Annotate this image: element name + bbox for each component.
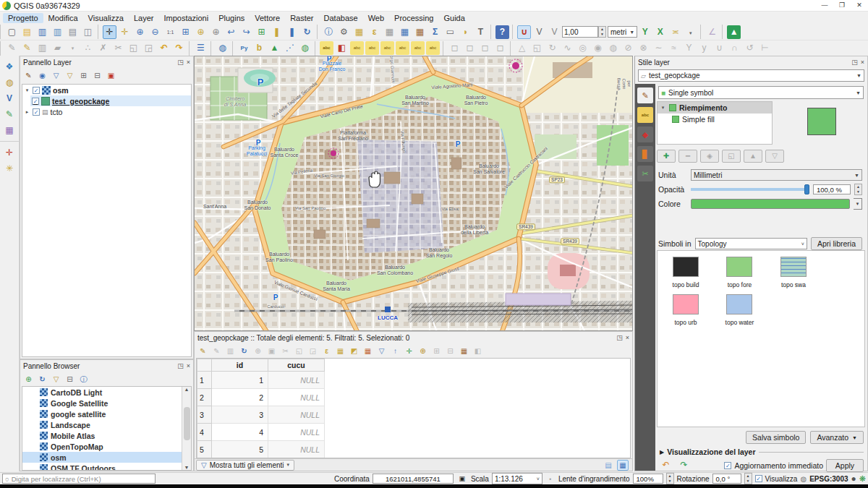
add-polygon-icon[interactable]: ▰	[51, 41, 64, 55]
zoom-to-selection-icon[interactable]: ⊕	[194, 25, 208, 39]
minimize-icon[interactable]: —	[816, 0, 833, 11]
snapping-toggle-icon[interactable]: ∪	[517, 25, 531, 39]
table-view-icon[interactable]: ▦	[617, 460, 629, 471]
color-menu-icon[interactable]: ▼	[854, 198, 862, 210]
opacity-value[interactable]: 100,0 %	[813, 184, 851, 194]
run-action-icon[interactable]: ⚙	[337, 25, 351, 39]
redo-icon[interactable]: ↷	[172, 41, 186, 55]
snapping-units-select[interactable]: metri▼	[608, 26, 637, 38]
cell-id[interactable]: 1	[212, 372, 268, 389]
attr-move-top-icon[interactable]: ↑	[389, 345, 401, 357]
remove-symbol-layer-icon[interactable]: ━	[678, 150, 697, 163]
symbology-tab-icon[interactable]: ✎	[637, 87, 653, 103]
delete-selected-icon[interactable]: ✗	[96, 41, 110, 55]
add-part-icon[interactable]: ◉	[591, 41, 605, 55]
label-move-icon[interactable]: abc	[396, 41, 409, 55]
vertex-tool-icon[interactable]: ∴	[81, 41, 95, 55]
float-panel-icon[interactable]: ◳	[177, 59, 184, 66]
snapping-tolerance-spinner[interactable]: ▲▼	[598, 26, 606, 38]
form-annotation-icon[interactable]: ◻	[463, 41, 477, 55]
add-selected-layers-icon[interactable]: ⊕	[22, 373, 35, 385]
crs-indicator[interactable]: EPSG:3003	[809, 475, 848, 483]
menu-guida[interactable]: Guida	[438, 13, 469, 23]
filter-expression-icon[interactable]: ▽	[64, 69, 76, 82]
scale-select[interactable]: 1:13.126 ˅	[492, 473, 542, 484]
messages-icon[interactable]: ●	[851, 474, 856, 484]
color-button[interactable]	[691, 199, 850, 209]
delete-ring-icon[interactable]: ⊘	[621, 41, 635, 55]
symbol-type-select[interactable]: ■ Single symbol ▼	[658, 86, 864, 99]
metasearch-icon[interactable]: ◍	[216, 41, 229, 55]
close-icon[interactable]: ✕	[851, 0, 868, 11]
pan-map-icon[interactable]: ✛	[103, 25, 116, 39]
cell-cucu[interactable]: NULL	[268, 406, 325, 424]
datasource-manager-icon[interactable]: ❖	[2, 59, 17, 74]
close-panel-icon[interactable]: ×	[626, 334, 629, 341]
row-number[interactable]: 3	[197, 406, 212, 424]
snapping-tolerance-input[interactable]: 1,00	[562, 26, 598, 38]
layer-rendering-section[interactable]: ▶ Visualizzazione del layer	[660, 448, 864, 456]
symbol-tree-child[interactable]: Simple fill	[658, 114, 772, 125]
add-polygon-menu-icon[interactable]: ▾	[66, 41, 80, 55]
new-print-layout-icon[interactable]: ▤	[66, 25, 80, 39]
zoom-to-layer-icon[interactable]: ⊕	[209, 25, 223, 39]
map-themes-icon[interactable]: ◉	[36, 69, 48, 82]
plugin-profile-icon[interactable]: ⋰	[283, 41, 297, 55]
symbol-item[interactable]: topo swa	[771, 257, 816, 288]
cell-id[interactable]: 3	[212, 406, 268, 424]
table-row[interactable]: 2 2 NULL	[197, 389, 325, 406]
point-cloud-icon[interactable]: ✳	[2, 161, 17, 176]
label-highlight-icon[interactable]: abc	[365, 41, 379, 55]
collapse-all-icon[interactable]: ⊟	[91, 69, 103, 82]
close-panel-icon[interactable]: ×	[861, 59, 864, 66]
form-view-icon[interactable]: ▤	[603, 460, 614, 471]
open-library-button[interactable]: Apri libreria	[811, 237, 862, 250]
layout-manager-icon[interactable]: ◫	[81, 25, 95, 39]
menu-processing[interactable]: Processing	[389, 13, 438, 23]
move-symbol-down-icon[interactable]: ▽	[765, 150, 784, 163]
browser-item[interactable]: google satellite	[22, 408, 191, 419]
column-header-id[interactable]: id	[212, 359, 268, 372]
locator-input[interactable]: ○ Digita per localizzare (Ctrl+K)	[2, 474, 156, 484]
refresh-browser-icon[interactable]: ↻	[36, 373, 48, 385]
toggle-editing-icon[interactable]: ✎	[20, 41, 34, 55]
svg-annotation-icon[interactable]: ◻	[478, 41, 492, 55]
pan-to-selection-icon[interactable]: ✛	[118, 25, 132, 39]
cut-features-icon[interactable]: ✂	[111, 41, 125, 55]
annotation-layer-icon[interactable]: ◻	[448, 41, 461, 55]
attr-reload-icon[interactable]: ↻	[238, 345, 250, 357]
browser-properties-icon[interactable]: ⓘ	[77, 373, 90, 385]
attr-filter-icon[interactable]: ▽	[375, 345, 388, 357]
attr-multiedit-icon[interactable]: ✎	[210, 345, 223, 357]
text-annotation-icon[interactable]: T	[474, 25, 488, 39]
cell-id[interactable]: 2	[212, 389, 268, 406]
browser-item[interactable]: CartoDB Light	[22, 387, 191, 398]
show-bookmarks-icon[interactable]: ❚	[285, 25, 299, 39]
attr-zoom-selection-icon[interactable]: ⊕	[417, 345, 429, 357]
browser-scrollbar[interactable]: ▲ ▼	[182, 387, 191, 470]
filter-browser-icon[interactable]: ▽	[50, 373, 62, 385]
help-icon[interactable]: ?	[495, 25, 509, 39]
add-vector-layer-icon[interactable]: V	[2, 91, 17, 106]
scroll-down-icon[interactable]: ▼	[184, 465, 190, 470]
attr-new-field-icon[interactable]: ⊞	[430, 345, 443, 357]
save-project-icon[interactable]: ▥	[35, 25, 49, 39]
filter-legend-icon[interactable]: ▽	[50, 69, 62, 82]
merge-attributes-icon[interactable]: ∩	[728, 41, 741, 55]
layer-item-osm[interactable]: ▾ ✓ osm	[22, 85, 191, 95]
attr-select-all-icon[interactable]: ▦	[334, 345, 346, 357]
symbol-item[interactable]: topo build	[663, 257, 708, 288]
html-annotation-icon[interactable]: ◻	[493, 41, 507, 55]
filter-mode-button[interactable]: ▽ Mostra tutti gli elementi ▾	[196, 460, 294, 471]
current-edits-icon[interactable]: ✎	[5, 41, 19, 55]
style-layer-select[interactable]: ▱ test_geopckage ▼	[638, 69, 864, 82]
symbol-item[interactable]: topo urb	[663, 294, 708, 326]
cell-cucu[interactable]: NULL	[268, 372, 325, 389]
table-row[interactable]: 1 1 NULL	[197, 372, 325, 389]
zoom-next-icon[interactable]: ↪	[239, 25, 253, 39]
table-row[interactable]: 4 4 NULL	[197, 424, 325, 441]
scrollbar-thumb[interactable]	[184, 407, 190, 440]
select-expression-icon[interactable]: ε	[367, 25, 381, 39]
opacity-slider[interactable]	[691, 188, 809, 191]
clone-feature-icon[interactable]: ◱	[530, 41, 544, 55]
